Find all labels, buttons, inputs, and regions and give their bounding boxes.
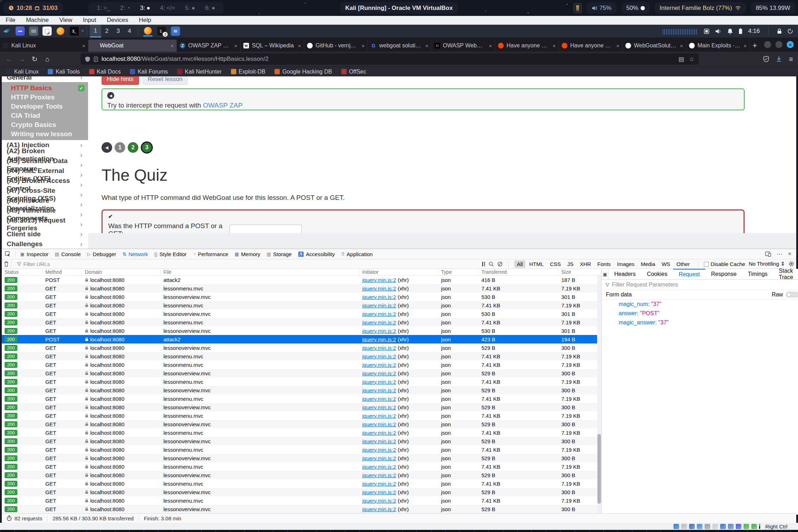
filter-css[interactable]: CSS bbox=[548, 260, 563, 268]
downloads-icon[interactable] bbox=[776, 56, 782, 62]
pick-element-button[interactable] bbox=[2, 249, 14, 259]
sidebar-lesson-item[interactable]: Developer Tools bbox=[2, 102, 88, 111]
workspace-indicator[interactable]: 1:>_2:◔3:●4:</>5:●6:● bbox=[88, 2, 224, 14]
filter-other[interactable]: Other bbox=[674, 260, 693, 268]
initiator-link[interactable]: jquery.min.js:2 bbox=[362, 362, 396, 368]
filter-all[interactable]: All bbox=[514, 260, 525, 268]
table-row[interactable]: 200GETlocalhost:8080lessonoverview.mvcjq… bbox=[2, 386, 601, 394]
tab-close-icon[interactable]: × bbox=[616, 43, 619, 49]
optical-drives-icon[interactable] bbox=[681, 524, 687, 529]
files-running-icon[interactable] bbox=[171, 27, 180, 36]
browser-tab[interactable]: WebGoatSolutions/S× bbox=[623, 40, 686, 52]
block-requests-icon[interactable] bbox=[497, 261, 503, 267]
scaling-widget[interactable]: 50% bbox=[621, 2, 650, 14]
workspace-indicator-item[interactable]: 4:</> bbox=[160, 5, 175, 12]
network-adapters-icon[interactable] bbox=[697, 524, 702, 529]
initiator-link[interactable]: jquery.min.js:2 bbox=[362, 328, 396, 334]
clock-widget[interactable]: 10:28 31/03 bbox=[4, 2, 63, 14]
table-row[interactable]: 200GETlocalhost:8080lessonmenu.mvcjquery… bbox=[2, 360, 601, 369]
filter-images[interactable]: Images bbox=[614, 260, 637, 268]
volume-widget[interactable]: 75% bbox=[587, 2, 617, 14]
initiator-link[interactable]: jquery.min.js:2 bbox=[362, 481, 396, 487]
filter-urls-input[interactable]: Filter URLs bbox=[17, 261, 50, 267]
initiator-link[interactable]: jquery.min.js:2 bbox=[362, 498, 396, 504]
table-row[interactable]: 200POSTlocalhost:8080attack2jquery.min.j… bbox=[2, 276, 601, 284]
audio-icon[interactable] bbox=[689, 524, 695, 529]
workspace-indicator-item[interactable]: 1:>_ bbox=[97, 5, 110, 12]
filter-request-parameters-input[interactable]: Filter Request Parameters bbox=[602, 280, 798, 290]
table-row[interactable]: 200GETlocalhost:8080lessonmenu.mvcjquery… bbox=[2, 318, 601, 326]
initiator-link[interactable]: jquery.min.js:2 bbox=[362, 379, 396, 385]
filter-fonts[interactable]: Fonts bbox=[595, 260, 613, 268]
usb-icon[interactable] bbox=[705, 524, 710, 529]
bookmark-star-icon[interactable]: ☆ bbox=[689, 56, 694, 63]
table-row[interactable]: 200GETlocalhost:8080lessonoverview.mvcjq… bbox=[2, 369, 601, 377]
tab-close-icon[interactable]: × bbox=[170, 43, 174, 49]
tracking-shield-icon[interactable] bbox=[85, 56, 90, 62]
bookmark-item[interactable]: Kali NetHunter bbox=[177, 69, 222, 75]
table-row[interactable]: 200GETlocalhost:8080lessonoverview.mvcjq… bbox=[2, 343, 601, 352]
browser-tab[interactable]: GitHub - vernjan/we× bbox=[304, 40, 368, 52]
initiator-link[interactable]: jquery.min.js:2 bbox=[362, 387, 396, 393]
browser-tab[interactable]: Kali Linux× bbox=[0, 40, 88, 52]
details-tab-cookies[interactable]: Cookies bbox=[641, 269, 673, 279]
terminal-launcher-icon[interactable]: $_ bbox=[69, 26, 79, 36]
firefox-running-icon[interactable] bbox=[143, 26, 152, 36]
details-tab-stack-trace[interactable]: Stack Trace bbox=[773, 269, 798, 279]
logout-icon[interactable] bbox=[787, 28, 793, 34]
filter-html[interactable]: HTML bbox=[527, 260, 546, 268]
bookmark-item[interactable]: OffSec bbox=[341, 69, 366, 75]
filter-media[interactable]: Media bbox=[638, 260, 658, 268]
sidebar-lesson-item[interactable]: Crypto Basics bbox=[2, 120, 88, 129]
filter-xhr[interactable]: XHR bbox=[577, 260, 594, 268]
column-header-size[interactable]: Size bbox=[559, 269, 601, 275]
sidebar-category-item[interactable]: Challenges› bbox=[2, 239, 88, 249]
initiator-link[interactable]: jquery.min.js:2 bbox=[362, 353, 396, 359]
features-icon[interactable] bbox=[736, 524, 741, 529]
devtools-tab-console[interactable]: ▤Console bbox=[52, 249, 84, 259]
initiator-link[interactable]: jquery.min.js:2 bbox=[362, 464, 396, 470]
sidebar-lesson-item[interactable]: CIA Triad bbox=[2, 111, 88, 120]
new-tab-button[interactable]: + bbox=[750, 40, 760, 52]
close-window-button[interactable]: × bbox=[787, 41, 794, 48]
initiator-link[interactable]: jquery.min.js:2 bbox=[362, 285, 396, 291]
terminal-indicator-icon[interactable] bbox=[573, 3, 582, 13]
kali-menu-button[interactable] bbox=[2, 27, 11, 36]
lock-session-icon[interactable] bbox=[777, 28, 782, 34]
minimize-button[interactable] bbox=[764, 41, 771, 48]
reset-lesson-button[interactable]: Reset lesson bbox=[143, 76, 188, 85]
browser-tab[interactable]: WebGoat× bbox=[88, 40, 177, 52]
menu-file[interactable]: File bbox=[6, 17, 15, 24]
raw-toggle[interactable] bbox=[786, 292, 798, 297]
devtools-tab-performance[interactable]: ◔Performance bbox=[190, 249, 232, 259]
table-row[interactable]: 200GETlocalhost:8080lessonmenu.mvcjquery… bbox=[2, 301, 601, 310]
form-data-section-header[interactable]: Form data Raw bbox=[602, 290, 798, 300]
browser-tab[interactable]: Have anyone comple× bbox=[495, 40, 559, 52]
page-1-button[interactable]: 1 bbox=[115, 142, 125, 153]
table-row[interactable]: 200POSTlocalhost:8080attack2jquery.min.j… bbox=[2, 335, 601, 343]
back-button[interactable]: ← bbox=[3, 53, 16, 65]
filter-ws[interactable]: WS bbox=[659, 260, 672, 268]
menu-devices[interactable]: Devices bbox=[107, 17, 128, 24]
table-row[interactable]: 200GETlocalhost:8080lessonoverview.mvcjq… bbox=[2, 437, 601, 445]
tab-close-icon[interactable]: × bbox=[234, 43, 237, 49]
bookmark-item[interactable]: Kali Forums bbox=[130, 69, 168, 75]
column-header-type[interactable]: Type bbox=[438, 269, 479, 275]
display-icon[interactable] bbox=[720, 524, 726, 529]
devtools-tab-inspector[interactable]: ▣Inspector bbox=[17, 249, 52, 259]
table-row[interactable]: 200GETlocalhost:8080lessonoverview.mvcjq… bbox=[2, 293, 601, 301]
table-row[interactable]: 200GETlocalhost:8080lessonmenu.mvcjquery… bbox=[2, 462, 601, 471]
workspace-button-2[interactable]: 2 bbox=[101, 25, 112, 37]
network-widget[interactable]: Internet Familie Bolz (77%) bbox=[655, 2, 746, 14]
workspace-indicator-item[interactable]: 3:● bbox=[140, 5, 150, 12]
shared-folders-icon[interactable] bbox=[712, 524, 718, 529]
details-tab-timings[interactable]: Timings bbox=[742, 269, 773, 279]
power-widget[interactable]: 85% 13.99W bbox=[751, 2, 795, 14]
reader-mode-icon[interactable]: ▤ bbox=[678, 56, 684, 63]
table-row[interactable]: 200GETlocalhost:8080lessonoverview.mvcjq… bbox=[2, 471, 601, 479]
menu-help[interactable]: Help bbox=[139, 17, 151, 24]
initiator-link[interactable]: jquery.min.js:2 bbox=[362, 345, 396, 351]
initiator-link[interactable]: jquery.min.js:2 bbox=[362, 438, 396, 444]
table-row[interactable]: 200GETlocalhost:8080lessonmenu.mvcjquery… bbox=[2, 479, 601, 488]
owasp-zap-link[interactable]: OWASP ZAP bbox=[203, 102, 243, 109]
